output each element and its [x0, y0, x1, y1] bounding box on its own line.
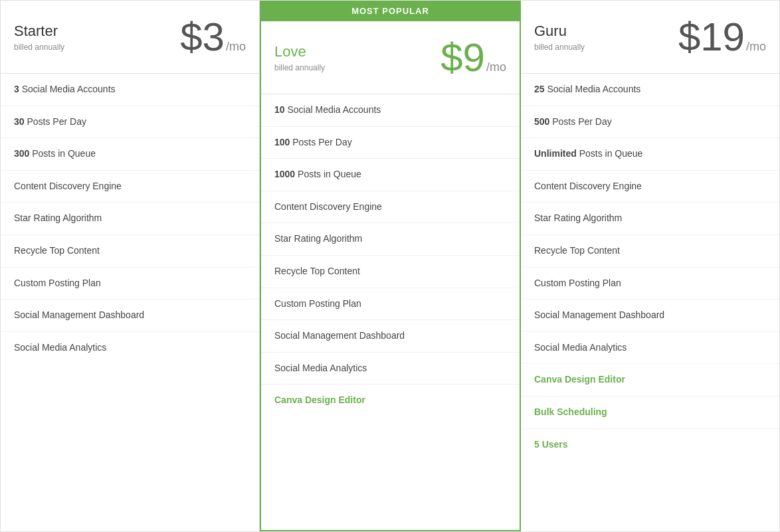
feature-item: Custom Posting Plan [261, 288, 520, 321]
plan-name: Starter [14, 23, 64, 40]
plan-name: Guru [534, 23, 585, 40]
price-unit: /mo [746, 40, 766, 54]
plan-name: Love [274, 43, 325, 60]
feature-item: Social Media Analytics [1, 332, 259, 364]
feature-item: Star Rating Algorithm [1, 203, 259, 235]
plan-name-block: Lovebilled annually [274, 43, 325, 72]
feature-item: Custom Posting Plan [521, 268, 779, 300]
feature-item: Star Rating Algorithm [261, 223, 520, 256]
feature-item: Canva Design Editor [261, 385, 520, 416]
feature-item: 300 Posts in Queue [1, 138, 259, 171]
plan-price: $19/mo [678, 14, 766, 60]
feature-bold: 3 [14, 84, 19, 94]
feature-bold: 30 [14, 116, 25, 127]
feature-item: Recycle Top Content [1, 235, 259, 268]
feature-bold: 25 [534, 84, 545, 94]
feature-item: Content Discovery Engine [1, 171, 259, 203]
feature-item: Social Management Dashboard [521, 300, 779, 332]
feature-item: 10 Social Media Accounts [261, 94, 520, 127]
feature-item: Custom Posting Plan [1, 268, 259, 300]
feature-item: Unlimited Posts in Queue [521, 138, 779, 171]
feature-item: Recycle Top Content [261, 256, 520, 288]
price-unit: /mo [486, 60, 506, 74]
feature-item: Star Rating Algorithm [521, 203, 779, 235]
plan-name-block: Gurubilled annually [534, 23, 585, 52]
feature-bold: 10 [274, 104, 285, 115]
feature-item: Canva Design Editor [521, 364, 779, 397]
plan-billing: billed annually [534, 43, 585, 52]
feature-item: Social Media Analytics [521, 332, 779, 365]
plan-price: $9/mo [440, 35, 506, 80]
feature-item: 100 Posts Per Day [261, 127, 520, 159]
features-list-starter: 3 Social Media Accounts30 Posts Per Day3… [1, 74, 259, 531]
feature-item: 30 Posts Per Day [1, 106, 259, 139]
feature-bold: 100 [274, 137, 290, 147]
price-unit: /mo [226, 40, 246, 54]
feature-item: 3 Social Media Accounts [1, 74, 259, 106]
feature-item: Bulk Scheduling [521, 397, 779, 429]
feature-bold: Unlimited [534, 148, 577, 159]
feature-item: Content Discovery Engine [521, 171, 779, 203]
feature-item: Content Discovery Engine [261, 191, 520, 224]
plan-header-starter: Starterbilled annually$3/mo [1, 1, 259, 74]
price-amount: $9 [440, 35, 485, 80]
feature-item: 5 Users [521, 429, 779, 461]
plan-billing: billed annually [14, 43, 64, 52]
plan-name-block: Starterbilled annually [14, 23, 64, 52]
feature-item: Social Media Analytics [261, 353, 520, 385]
price-amount: $19 [678, 14, 745, 60]
feature-bold: 300 [14, 148, 29, 159]
feature-item: Social Management Dashboard [1, 300, 259, 332]
feature-item: 25 Social Media Accounts [521, 74, 779, 106]
plan-header-guru: Gurubilled annually$19/mo [521, 1, 779, 74]
pricing-table: Starterbilled annually$3/mo3 Social Medi… [0, 0, 780, 532]
pricing-column-love: MOST POPULARLovebilled annually$9/mo10 S… [260, 1, 521, 531]
feature-item: Recycle Top Content [521, 235, 779, 268]
feature-bold: 1000 [274, 169, 295, 179]
pricing-column-starter: Starterbilled annually$3/mo3 Social Medi… [1, 1, 260, 531]
plan-billing: billed annually [274, 63, 325, 72]
feature-item: Social Management Dashboard [261, 320, 520, 353]
features-list-love: 10 Social Media Accounts100 Posts Per Da… [261, 94, 520, 530]
feature-bold: 500 [534, 116, 549, 127]
pricing-column-guru: Gurubilled annually$19/mo25 Social Media… [521, 1, 779, 531]
plan-price: $3/mo [180, 14, 246, 60]
price-amount: $3 [180, 14, 225, 60]
plan-header-love: Lovebilled annually$9/mo [261, 21, 520, 94]
features-list-guru: 25 Social Media Accounts500 Posts Per Da… [521, 74, 779, 531]
most-popular-banner: MOST POPULAR [261, 1, 520, 21]
feature-item: 1000 Posts in Queue [261, 159, 520, 191]
feature-item: 500 Posts Per Day [521, 106, 779, 139]
